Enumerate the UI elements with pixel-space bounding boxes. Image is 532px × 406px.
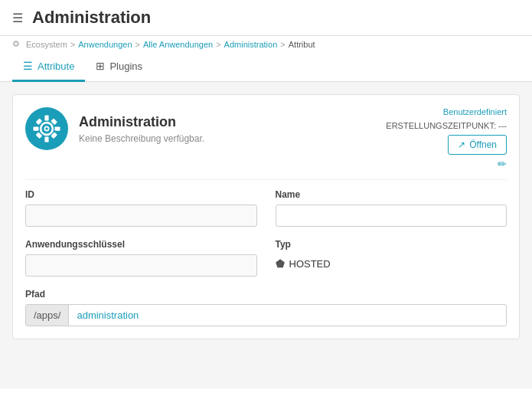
field-typ: Typ ⬟ HOSTED bbox=[276, 239, 508, 277]
path-prefix: /apps/ bbox=[26, 305, 69, 326]
hosted-icon: ⬟ bbox=[276, 257, 285, 270]
attribute-tab-icon: ☰ bbox=[23, 60, 33, 72]
pfad-label: Pfad bbox=[25, 289, 507, 300]
svg-point-11 bbox=[45, 127, 48, 130]
edit-icon[interactable]: ✏ bbox=[498, 158, 507, 170]
svg-rect-2 bbox=[44, 137, 48, 142]
erstellungszeitpunkt-label: Erstellungszeitpunkt: --- bbox=[386, 121, 507, 130]
app-logo bbox=[25, 107, 68, 150]
ecosystem-gear-icon: ⚙ bbox=[12, 39, 20, 49]
path-input-wrapper: /apps/ administration bbox=[25, 304, 507, 326]
breadcrumb-alle-anwendungen[interactable]: Alle Anwendungen bbox=[143, 40, 213, 49]
field-id: ID bbox=[25, 189, 257, 227]
field-pfad: Pfad /apps/ administration bbox=[25, 289, 507, 326]
header: ☰ Administration bbox=[0, 0, 532, 36]
tabs-bar: ☰ Attribute ⊞ Plugins bbox=[0, 52, 532, 82]
tab-plugins-label: Plugins bbox=[109, 61, 142, 72]
svg-rect-4 bbox=[55, 126, 60, 130]
form-fields: ID Name Anwendungsschlüssel Typ ⬟ HOSTED bbox=[25, 189, 507, 326]
app-description: Keine Beschreibung verfügbar. bbox=[79, 133, 204, 144]
anwendungsschluessel-input[interactable] bbox=[25, 254, 257, 277]
tab-attribute[interactable]: ☰ Attribute bbox=[12, 52, 85, 82]
breadcrumb-attribut: Attribut bbox=[289, 40, 315, 49]
open-icon: ↗ bbox=[458, 139, 465, 150]
id-input[interactable] bbox=[25, 205, 257, 227]
breadcrumb-ecosystem: Ecosystem bbox=[26, 40, 67, 49]
name-label: Name bbox=[276, 189, 508, 200]
breadcrumb-administration[interactable]: Administration bbox=[224, 40, 278, 49]
plugins-tab-icon: ⊞ bbox=[96, 60, 105, 72]
breadcrumb-anwendungen[interactable]: Anwendungen bbox=[78, 40, 132, 49]
tab-plugins[interactable]: ⊞ Plugins bbox=[85, 52, 153, 82]
hamburger-icon[interactable]: ☰ bbox=[12, 11, 23, 25]
benutzerdefiniert-badge: Benutzerdefiniert bbox=[443, 107, 507, 116]
anwendungsschluessel-label: Anwendungsschlüssel bbox=[25, 239, 257, 250]
page-title: Administration bbox=[32, 8, 151, 28]
typ-label: Typ bbox=[276, 239, 508, 250]
app-name: Administration bbox=[79, 114, 204, 130]
tab-attribute-label: Attribute bbox=[38, 61, 74, 72]
erstellungszeitpunkt-value: --- bbox=[498, 121, 507, 130]
breadcrumb: ⚙ Ecosystem > Anwendungen > Alle Anwendu… bbox=[0, 36, 532, 52]
field-anwendungsschluessel: Anwendungsschlüssel bbox=[25, 239, 257, 277]
open-button[interactable]: ↗ Öffnen bbox=[448, 135, 507, 155]
name-input[interactable] bbox=[276, 205, 508, 227]
app-card: Administration Keine Beschreibung verfüg… bbox=[12, 94, 520, 339]
svg-rect-3 bbox=[34, 126, 39, 130]
id-label: ID bbox=[25, 189, 257, 200]
field-name: Name bbox=[276, 189, 508, 227]
content-area: Administration Keine Beschreibung verfüg… bbox=[0, 82, 532, 388]
card-divider bbox=[25, 179, 507, 180]
path-value: administration bbox=[69, 305, 506, 326]
typ-value: HOSTED bbox=[289, 258, 331, 270]
svg-rect-1 bbox=[44, 116, 48, 121]
